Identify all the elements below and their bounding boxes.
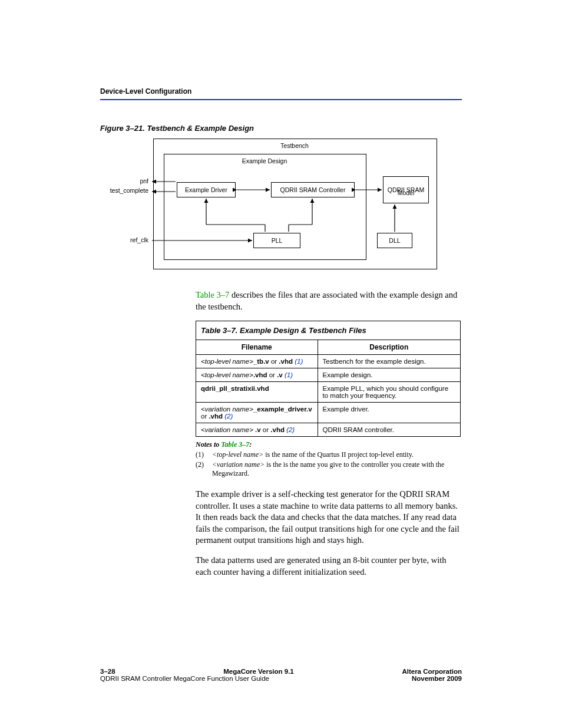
table-row: <top-level name>_tb.v or .vhd (1) Testbe… [196,355,461,368]
corporation-text: Altera Corporation [402,668,462,675]
paragraph-1: The example driver is a self-checking te… [196,489,461,546]
file-ext2: .vhd [270,426,285,433]
file-var: <top-level name> [201,371,253,378]
table-title: Table 3–7. Example Design & Testbench Fi… [196,321,461,340]
file-ext2: .vhd [209,413,223,420]
col-filename: Filename [196,340,318,355]
note-var: <top-level name> [212,450,263,459]
note-var: <variation name> [212,460,265,469]
file-ext1: qdrii_pll_stratixii.vhd [201,385,269,392]
paragraph-2: The data patterns used are generated usi… [196,555,461,578]
note-ref[interactable]: (1) [293,358,303,365]
table-row: <variation name> .v or .vhd (2) QDRII SR… [196,423,461,437]
note-row: (2) <variation name> is the is the name … [196,460,461,478]
file-desc: Example PLL, which you should configure … [318,382,460,403]
note-ref[interactable]: (2) [285,426,295,433]
file-ext1: _tb.v [253,358,269,365]
intro-paragraph: Table 3–7 describes the files that are a… [196,289,461,312]
table-row: qdrii_pll_stratixii.vhd Example PLL, whi… [196,382,461,403]
note-num: (2) [196,460,212,478]
file-or: or [269,358,279,365]
file-desc: QDRII SRAM controller. [318,423,460,437]
col-description: Description [318,340,460,355]
note-row: (1) <top-level name> is the name of the … [196,450,461,459]
file-var: <variation name> [201,406,253,413]
file-or: or [261,426,271,433]
notes-title-link[interactable]: Table 3–7 [221,440,249,449]
file-var: <top-level name> [201,358,253,365]
file-ext1: .v [253,426,261,433]
note-text: is the name of the Quartus II project to… [263,450,414,459]
page-number: 3–28 [100,668,115,675]
figure-caption: Figure 3–21. Testbench & Example Design [100,124,462,133]
footer-date: November 2009 [412,675,462,682]
note-ref[interactable]: (2) [223,413,233,420]
note-ref[interactable]: (1) [283,371,293,378]
file-desc: Example design. [318,368,460,382]
file-desc: Example driver. [318,403,460,423]
file-ext1: _example_driver.v [253,406,312,413]
note-num: (1) [196,450,212,459]
table-row: <top-level name>.vhd or .v (1) Example d… [196,368,461,382]
page-footer: 3–28 MegaCore Version 9.1 Altera Corpora… [100,668,462,682]
version-text: MegaCore Version 9.1 [223,668,294,675]
table-notes: Notes to Table 3–7: (1) <top-level name>… [196,440,461,478]
file-or: or [201,413,209,420]
file-ext1: .vhd [253,371,267,378]
file-var: <variation name> [201,426,253,433]
header-rule [100,99,462,100]
notes-title-pre: Notes to [196,440,221,449]
guide-title: QDRII SRAM Controller MegaCore Function … [100,675,269,682]
table-row: <variation name>_example_driver.v or .vh… [196,403,461,423]
intro-rest: describes the files that are associated … [196,290,457,311]
file-desc: Testbench for the example design. [318,355,460,368]
table-ref-link[interactable]: Table 3–7 [196,290,229,299]
file-ext2: .v [277,371,283,378]
diagram-arrows [82,139,442,274]
files-table: Table 3–7. Example Design & Testbench Fi… [196,321,461,437]
running-header: Device-Level Configuration [100,87,462,95]
figure-diagram: Testbench Example Design Example Driver … [82,139,442,274]
file-or: or [267,371,277,378]
notes-title-post: : [249,440,252,449]
file-ext2: .vhd [279,358,293,365]
